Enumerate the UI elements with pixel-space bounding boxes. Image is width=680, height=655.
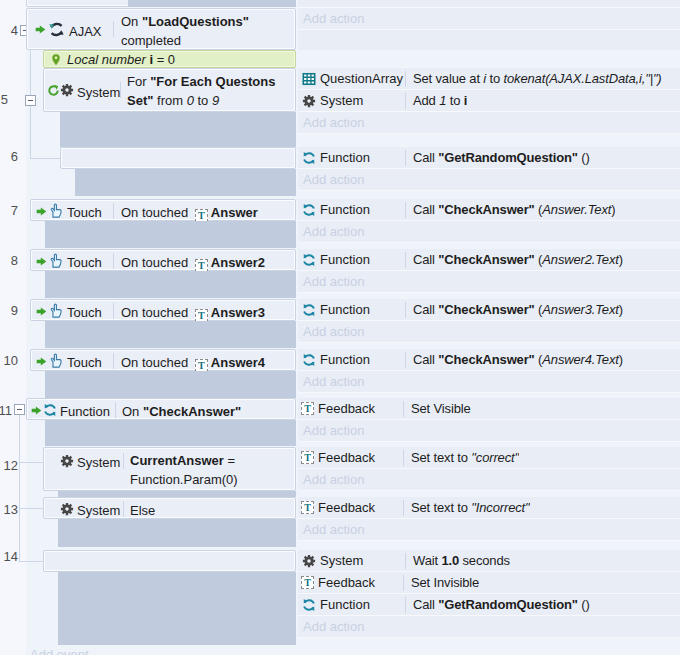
- action-call-function[interactable]: Function Call "GetRandomQuestion" (): [298, 147, 680, 169]
- event-12-conditions[interactable]: System CurrentAnswer = Function.Param(0): [43, 447, 296, 491]
- condition-text: For "For Each Questons Set" from 0 to 9: [127, 72, 293, 110]
- event-number: 13: [0, 502, 18, 517]
- action-set-array-value[interactable]: QuestionArray Set value at i to tokenat(…: [298, 68, 680, 90]
- divider: [113, 203, 114, 219]
- action-object-name: System: [320, 93, 405, 108]
- add-action[interactable]: Add action: [298, 169, 680, 191]
- event-10-actions: Function Call "CheckAnswer" (Answer4.Tex…: [298, 349, 680, 393]
- action-text: Call "CheckAnswer" (Answer.Text): [406, 202, 615, 217]
- action-object-name: Feedback: [318, 575, 403, 590]
- touch-icon: [48, 253, 63, 268]
- event-9-margin[interactable]: [45, 321, 296, 348]
- event-arrow-icon: [36, 356, 47, 367]
- event-6-margin[interactable]: [75, 169, 296, 196]
- action-set-text[interactable]: T Feedback Set text to "Incorrect": [298, 497, 680, 519]
- action-set-text[interactable]: T Feedback Set text to "correct": [298, 447, 680, 469]
- event-14-actions: System Wait 1.0 seconds T Feedback Set I…: [298, 550, 680, 638]
- tree-line: [19, 561, 43, 562]
- collapse-toggle[interactable]: [14, 404, 25, 415]
- add-action[interactable]: Add action: [298, 616, 680, 638]
- action-text: Call "CheckAnswer" (Answer2.Text): [406, 252, 623, 267]
- event-arrow-icon: [31, 405, 42, 416]
- event-7-margin[interactable]: [45, 221, 296, 248]
- add-action[interactable]: Add action: [298, 469, 680, 491]
- event-number: 8: [0, 253, 18, 268]
- tree-line: [19, 415, 20, 562]
- event-12-actions: T Feedback Set text to "correct" Add act…: [298, 447, 680, 491]
- event-14-margin[interactable]: [58, 572, 296, 645]
- condition-text: On touched TAnswer3: [121, 303, 265, 322]
- event-arrow-icon: [36, 206, 47, 217]
- add-action[interactable]: Add action: [298, 519, 680, 541]
- function-icon: [302, 353, 316, 367]
- event-13-margin[interactable]: [58, 519, 296, 547]
- event-6-actions: Function Call "GetRandomQuestion" () Add…: [298, 147, 680, 191]
- ajax-icon: [48, 21, 65, 38]
- function-icon: [302, 253, 316, 267]
- add-action[interactable]: Add action: [298, 371, 680, 393]
- event-10-conditions[interactable]: Touch On touched TAnswer4: [30, 349, 296, 371]
- event-4-conditions[interactable]: AJAX On "LoadQuestions" completed: [26, 8, 296, 50]
- action-object-name: Function: [320, 252, 405, 267]
- action-set-invisible[interactable]: T Feedback Set Invisible: [298, 572, 680, 594]
- event-5-margin[interactable]: [60, 112, 296, 147]
- event-11-conditions[interactable]: Function On "CheckAnswer": [26, 398, 296, 420]
- event-14-conditions[interactable]: [43, 550, 296, 572]
- action-text: Set Visible: [404, 401, 471, 416]
- action-text: Set value at i to tokenat(AJAX.LastData,…: [406, 71, 662, 86]
- condition-object-name: System: [77, 453, 120, 472]
- action-call-function[interactable]: Function Call "CheckAnswer" (Answer2.Tex…: [298, 249, 680, 271]
- action-call-function[interactable]: Function Call "GetRandomQuestion" (): [298, 594, 680, 616]
- event-sheet: 4 AJAX On "LoadQuestions" completed Add …: [0, 0, 680, 655]
- tree-line: [30, 158, 60, 159]
- loop-icon: [47, 84, 60, 97]
- text-object-icon: T: [301, 576, 314, 589]
- event-8-conditions[interactable]: Touch On touched TAnswer2: [30, 249, 296, 271]
- action-wait[interactable]: System Wait 1.0 seconds: [298, 550, 680, 572]
- event-11-margin[interactable]: [45, 420, 296, 446]
- event-9-conditions[interactable]: Touch On touched TAnswer3: [30, 299, 296, 321]
- event-8-margin[interactable]: [45, 271, 296, 298]
- event-arrow-icon: [36, 256, 47, 267]
- action-object-name: QuestionArray: [320, 71, 405, 86]
- pin-icon: [50, 53, 62, 66]
- event-6-conditions[interactable]: [60, 147, 296, 169]
- add-action[interactable]: Add action: [298, 271, 680, 293]
- action-call-function[interactable]: Function Call "CheckAnswer" (Answer.Text…: [298, 199, 680, 221]
- event-arrow-icon: [36, 306, 47, 317]
- divider: [113, 21, 114, 37]
- event-5-actions: QuestionArray Set value at i to tokenat(…: [298, 68, 680, 134]
- collapse-toggle[interactable]: [25, 95, 36, 106]
- action-text: Set text to "correct": [404, 450, 519, 465]
- action-text: Call "CheckAnswer" (Answer4.Text): [406, 352, 623, 367]
- add-action[interactable]: Add action: [298, 112, 680, 134]
- event-10-margin[interactable]: [45, 371, 296, 398]
- function-icon: [302, 598, 316, 612]
- action-call-function[interactable]: Function Call "CheckAnswer" (Answer3.Tex…: [298, 299, 680, 321]
- event-number: 4: [0, 23, 18, 38]
- add-action[interactable]: Add action: [298, 420, 680, 442]
- condition-object-name: System: [77, 83, 120, 102]
- event-number: 11: [0, 403, 12, 418]
- add-action[interactable]: Add action: [298, 321, 680, 343]
- condition-object-name: Touch: [67, 353, 102, 372]
- event-number: 14: [0, 549, 18, 564]
- local-variable-bar[interactable]: Local number i = 0: [43, 50, 296, 68]
- event-number: 9: [0, 303, 18, 318]
- action-object-name: Feedback: [318, 401, 403, 416]
- add-action[interactable]: Add action: [298, 221, 680, 243]
- condition-object-name: System: [77, 501, 120, 520]
- action-text: Call "CheckAnswer" (Answer3.Text): [406, 302, 623, 317]
- event-5-conditions[interactable]: System For "For Each Questons Set" from …: [43, 68, 296, 112]
- condition-object-name: Touch: [67, 303, 102, 322]
- action-call-function[interactable]: Function Call "CheckAnswer" (Answer4.Tex…: [298, 349, 680, 371]
- add-event[interactable]: Add event: [30, 647, 89, 655]
- condition-object-name: Function: [60, 402, 110, 421]
- event-13-conditions[interactable]: System Else: [43, 497, 296, 519]
- condition-text: On "CheckAnswer": [122, 402, 241, 421]
- event-7-conditions[interactable]: Touch On touched TAnswer: [30, 199, 296, 221]
- action-set-visible[interactable]: T Feedback Set Visible: [298, 398, 680, 420]
- add-action[interactable]: Add action: [298, 8, 680, 30]
- action-add-to-variable[interactable]: System Add 1 to i: [298, 90, 680, 112]
- prev-event-action-partial: [298, 0, 680, 8]
